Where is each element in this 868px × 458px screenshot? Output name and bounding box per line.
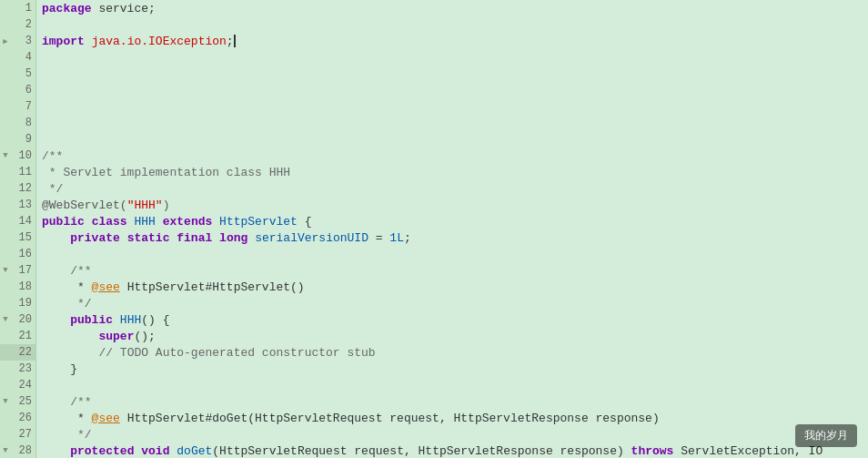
line-num: 20 [11,313,35,326]
token-plain [169,231,177,245]
code-line[interactable] [40,98,868,115]
token-annot: ) [163,198,170,212]
line-number-row: 11 [0,164,35,180]
token-plain [127,215,135,229]
code-line[interactable] [40,115,868,131]
token-plain [113,313,120,327]
code-line[interactable] [40,49,868,66]
line-number-row: ▼10 [0,148,35,164]
token-cmt: // TODO Auto-generated constructor stub [98,346,375,360]
token-plain [212,231,219,245]
token-plain: (); [134,330,155,343]
token-plain [85,35,92,48]
token-kw: final [177,231,212,245]
code-line[interactable] [40,246,868,262]
code-line[interactable]: /** [40,148,868,164]
code-line[interactable]: * @see HttpServlet#HttpServlet() [40,279,868,295]
token-kw: void [141,444,169,458]
line-num: 15 [11,231,35,244]
code-line[interactable]: import java.io.IOException; [40,33,868,49]
fold-arrow[interactable]: ▼ [0,151,11,160]
line-num: 8 [11,117,35,129]
code-line[interactable]: /** [40,262,868,279]
token-plain: HttpServlet#doGet(HttpServletRequest req… [120,412,660,425]
code-line[interactable]: @WebServlet("HHH") [40,197,868,213]
line-num: 9 [11,133,35,146]
line-number-row: 2 [0,16,35,33]
token-kw: static [127,231,170,245]
token-plain: * [42,280,92,294]
line-num: 2 [11,18,35,31]
token-plain [42,330,98,343]
token-plain [247,231,255,245]
token-str: java.io.IOException [92,35,227,48]
fold-arrow[interactable]: ▶ [0,36,11,46]
fold-arrow[interactable]: ▼ [0,266,11,275]
line-number-row: 14 [0,213,35,229]
line-num: 3 [11,35,35,47]
line-number-row: 27 [0,426,35,443]
text-cursor [234,35,236,47]
code-line[interactable]: * @see HttpServlet#doGet(HttpServletRequ… [40,410,868,426]
line-num: 26 [11,412,35,424]
token-annot: @WebServlet( [42,198,127,212]
code-line[interactable] [40,131,868,148]
line-num: 6 [11,84,35,97]
line-num: 7 [11,100,35,113]
token-str: "HHH" [127,198,163,212]
line-number-row: ▶3 [0,33,35,49]
code-line[interactable] [40,82,868,98]
line-num: 16 [11,248,35,260]
line-num: 13 [11,198,35,211]
line-numbers: 12▶3456789▼10111213141516▼171819▼2021222… [0,0,36,458]
token-plain [120,280,127,294]
token-javadoc-tag: @see [92,280,120,294]
code-line[interactable]: */ [40,295,868,311]
code-line[interactable]: } [40,361,868,377]
code-line[interactable]: protected void doGet(HttpServletRequest … [40,443,868,458]
line-num: 14 [11,215,35,228]
code-editor: 12▶3456789▼10111213141516▼171819▼2021222… [0,0,868,458]
code-line[interactable]: package service; [40,0,868,16]
line-number-row: 12 [0,180,35,197]
token-kw: import [42,35,85,48]
line-number-row: 7 [0,98,35,115]
token-plain [85,215,92,229]
code-line[interactable]: private static final long serialVersionU… [40,229,868,246]
code-line[interactable]: /** [40,393,868,410]
token-cls: HHH [134,215,155,229]
token-plain: service; [92,2,156,15]
code-line[interactable]: * Servlet implementation class HHH [40,164,868,180]
code-line[interactable]: */ [40,426,868,443]
token-plain [42,264,70,278]
code-line[interactable]: public HHH() { [40,311,868,328]
code-line[interactable]: super(); [40,328,868,344]
token-javadoc: * Servlet implementation class HHH [42,166,290,179]
code-area[interactable]: package service; import java.io.IOExcept… [36,0,868,458]
fold-arrow[interactable]: ▼ [0,446,11,455]
fold-arrow[interactable]: ▼ [0,315,11,324]
line-num: 1 [11,2,35,15]
line-num: 21 [11,330,35,342]
fold-arrow[interactable]: ▼ [0,397,11,406]
code-line[interactable]: */ [40,180,868,197]
code-line[interactable] [40,377,868,393]
token-cls: HttpServlet [219,215,298,229]
line-num: 18 [11,280,35,293]
token-plain: () { [141,313,169,327]
token-method: serialVersionUID [255,231,368,245]
code-line[interactable] [40,66,868,82]
code-line[interactable]: public class HHH extends HttpServlet { [40,213,868,229]
token-javadoc: */ [42,182,63,196]
token-method: doGet [177,444,212,458]
token-plain [42,346,98,360]
token-plain: ; [404,231,411,245]
code-line[interactable] [40,16,868,33]
line-num: 27 [11,428,35,441]
line-number-row: ▼17 [0,262,35,279]
code-line[interactable]: // TODO Auto-generated constructor stub [40,344,868,361]
token-plain: ; [227,35,234,48]
token-plain [42,444,70,458]
token-plain [120,231,127,245]
line-number-row: 24 [0,377,35,393]
